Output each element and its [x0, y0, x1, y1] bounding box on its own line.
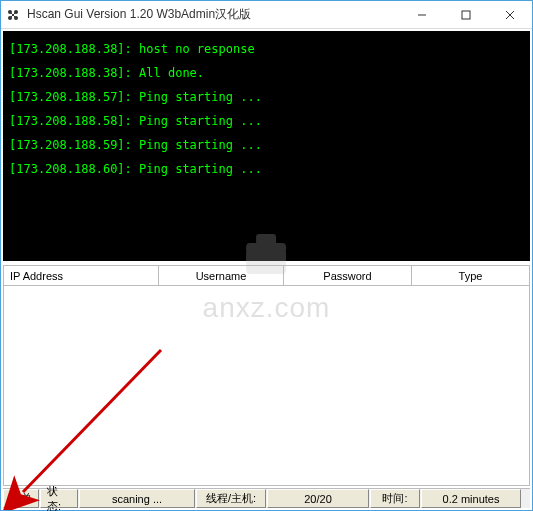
- status-time-value: 0.2 minutes: [421, 489, 521, 508]
- minimize-button[interactable]: [400, 1, 444, 28]
- console-line: [173.208.188.57]: Ping starting ...: [9, 85, 524, 109]
- status-state-label: 状态:: [40, 489, 78, 508]
- app-icon: [5, 7, 21, 23]
- column-header-ip[interactable]: IP Address: [4, 266, 159, 285]
- menu-button[interactable]: 菜单: [3, 489, 39, 508]
- status-state-value: scaning ...: [79, 489, 195, 508]
- status-threads-label: 线程/主机:: [196, 489, 266, 508]
- table-header-row: IP Address Username Password Type: [4, 266, 529, 286]
- window-title: Hscan Gui Version 1.20 W3bAdmin汉化版: [27, 6, 400, 23]
- status-threads-value: 20/20: [267, 489, 369, 508]
- status-time-label: 时间:: [370, 489, 420, 508]
- console-line: [173.208.188.38]: All done.: [9, 61, 524, 85]
- svg-rect-7: [462, 11, 470, 19]
- app-window: Hscan Gui Version 1.20 W3bAdmin汉化版 [173.…: [0, 0, 533, 511]
- column-header-username[interactable]: Username: [159, 266, 284, 285]
- console-line: [173.208.188.58]: Ping starting ...: [9, 109, 524, 133]
- column-header-password[interactable]: Password: [284, 266, 412, 285]
- status-bar: 菜单 状态: scaning ... 线程/主机: 20/20 时间: 0.2 …: [3, 488, 530, 508]
- titlebar: Hscan Gui Version 1.20 W3bAdmin汉化版: [1, 1, 532, 29]
- column-header-type[interactable]: Type: [412, 266, 529, 285]
- window-controls: [400, 1, 532, 28]
- results-table: IP Address Username Password Type: [3, 265, 530, 486]
- console-line: [173.208.188.60]: Ping starting ...: [9, 157, 524, 181]
- close-button[interactable]: [488, 1, 532, 28]
- console-line: [173.208.188.59]: Ping starting ...: [9, 133, 524, 157]
- maximize-button[interactable]: [444, 1, 488, 28]
- console-output: [173.208.188.38]: host no response [173.…: [3, 31, 530, 261]
- console-line: [173.208.188.38]: host no response: [9, 37, 524, 61]
